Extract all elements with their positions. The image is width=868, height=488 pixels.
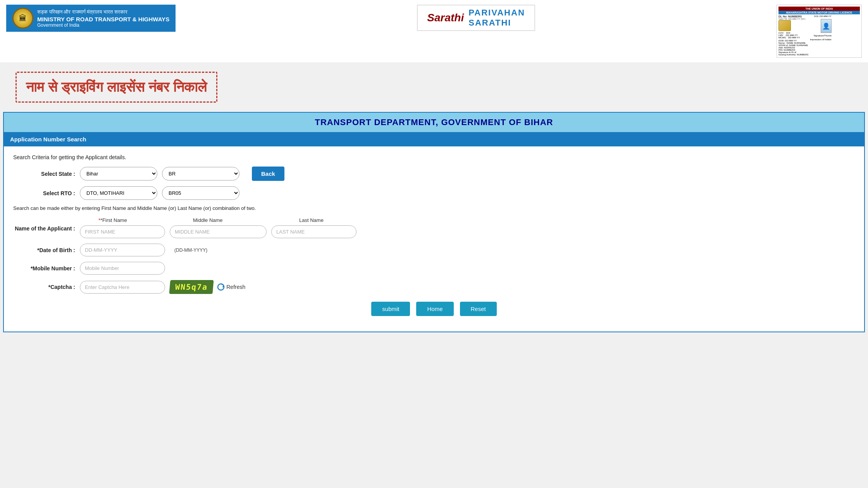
sarathi-label: SARATHI [468,18,525,28]
mobile-input[interactable] [80,262,165,275]
dob-row: *Date of Birth : (DD-MM-YYYY) [13,244,855,256]
reset-button[interactable]: Reset [460,302,497,316]
section-header: Application Number Search [4,132,864,146]
captcha-label: *Captcha : [13,284,75,290]
mcwg-date: DD-MM-YY [788,36,800,39]
form-area: Search Criteria for getting the Applican… [4,146,864,332]
ministry-logo-section: 🏛 सड़क परिवहन और राजमार्ग मंत्रालय भारत … [6,5,176,32]
dl-card: THE UNION OF INDIA MAHARASHTRA STATE MOT… [777,5,862,58]
dl-no: DL No: NUMBERS [778,15,808,18]
main-content: TRANSPORT DEPARTMENT, GOVERNMENT OF BIHA… [3,112,865,332]
dl-sig-right: Signature/Thumb [814,34,832,37]
middle-name-header: Middle Name [193,217,290,223]
mobile-row: *Mobile Number : [13,262,855,275]
state-label: Select State : [13,171,75,177]
sarathi-logo: Sarathi PARIVAHAN SARATHI [417,5,535,31]
last-name-input[interactable] [271,225,356,238]
captcha-area: WN5q7a Refresh [170,280,245,294]
hindi-banner: नाम से ड्राइविंग लाइसेंस नंबर निकाले [16,72,217,103]
refresh-icon [217,283,225,291]
dl-doi-right: DOI: DD-MM-YY [814,15,832,17]
dl-card-section: THE UNION OF INDIA MAHARASHTRA STATE MOT… [777,5,862,58]
svg-marker-1 [222,285,224,287]
hindi-banner-text: नाम से ड्राइविंग लाइसेंस नंबर निकाले [26,79,207,95]
mobile-label: *Mobile Number : [13,265,75,271]
name-fields-header: **First Name Middle Name Last Name [98,217,855,223]
india-emblem: 🏛 [12,8,33,29]
rto-select[interactable]: DTO, MOTIHARI [80,186,157,200]
ministry-hindi: सड़क परिवहन और राजमार्ग मंत्रालय भारत सर… [37,9,169,15]
middle-name-input[interactable] [170,225,267,238]
dl-issuing: Issuing Authority: NUMBERS [778,53,808,56]
dl-union-header: THE UNION OF INDIA [778,7,860,11]
back-button[interactable]: Back [252,167,284,181]
captcha-image: WN5q7a [169,280,214,294]
rto-row: Select RTO : DTO, MOTIHARI BR05 [13,186,855,200]
sarathi-logo-section: Sarathi PARIVAHAN SARATHI [183,5,769,31]
hindi-banner-wrapper: नाम से ड्राइविंग लाइसेंस नंबर निकाले [0,62,868,112]
dob-input[interactable] [80,244,165,256]
refresh-button[interactable]: Refresh [217,283,245,291]
refresh-label: Refresh [226,284,245,290]
applicant-name-label: Name of the Applicant : [13,225,75,232]
parivahan-label: PARIVAHAN [468,8,525,18]
mcwg-label: MCWG [778,36,786,39]
dl-card-body: DL No: NUMBERS Valid Till: DD-MM-YY (NT)… [778,15,860,56]
sarathi-text: PARIVAHAN SARATHI [468,8,525,28]
rto-code-select[interactable]: BR05 [162,186,239,200]
captcha-row: *Captcha : WN5q7a Refresh [13,280,855,294]
ministry-text: सड़क परिवहन और राजमार्ग मंत्रालय भारत सर… [37,9,169,28]
search-criteria-text: Search Criteria for getting the Applican… [13,154,855,160]
dept-header: TRANSPORT DEPARTMENT, GOVERNMENT OF BIHA… [4,113,864,132]
sarathi-script: Sarathi [427,12,464,24]
dl-chip [778,20,791,31]
first-name-header: **First Name [98,217,184,223]
action-buttons: submit Home Reset [13,302,855,324]
dl-state-header: MAHARASHTRA STATE MOTOR DRIVING LICENCE [778,11,860,14]
first-name-input[interactable] [80,225,165,238]
state-row: Select State : Bihar BR Back [13,167,855,181]
ministry-english: MINISTRY OF ROAD TRANSPORT & HIGHWAYS [37,16,169,22]
search-note: Search can be made either by entering Fi… [13,205,855,211]
submit-button[interactable]: submit [371,302,410,316]
dl-mcwg: MCWG DD-MM-YY [778,36,808,39]
name-row: Name of the Applicant : [13,225,855,238]
dl-photo: 👤 [821,19,832,33]
rto-label: Select RTO : [13,190,75,196]
dob-label: *Date of Birth : [13,247,75,253]
home-button[interactable]: Home [416,302,453,316]
state-select[interactable]: Bihar [80,167,157,180]
dl-valid: Valid Till: DD-MM-YY (NT) [778,18,808,20]
ministry-header: 🏛 सड़क परिवहन और राजमार्ग मंत्रालय भारत … [6,5,176,32]
top-header: 🏛 सड़क परिवहन और राजमार्ग मंत्रालय भारत … [0,0,868,62]
dob-note: (DD-MM-YYYY) [174,247,207,253]
state-code-select[interactable]: BR [162,167,239,180]
captcha-input[interactable] [80,281,165,294]
dl-impression: Impression of Holder [810,38,831,41]
gov-india: Government of India [37,22,169,28]
last-name-header: Last Name [299,217,384,223]
